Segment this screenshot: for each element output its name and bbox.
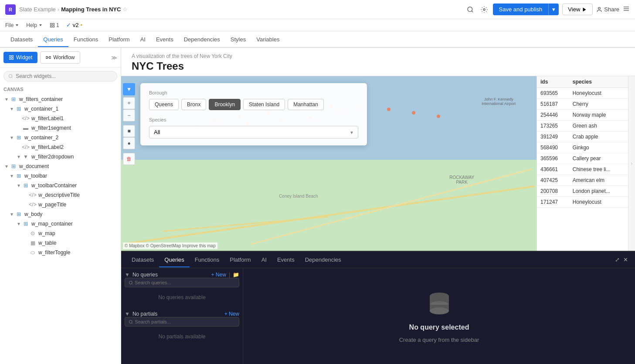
- view-button[interactable]: View: [562, 3, 593, 15]
- tab-ai[interactable]: AI: [135, 33, 151, 47]
- bottom-sidebar: ▼ No queries + New | 📁 No queries availa…: [121, 268, 243, 364]
- tree-item-w_pageTitle[interactable]: ▸ </> w_pageTitle: [0, 200, 121, 209]
- new-query-button[interactable]: + New: [211, 272, 226, 278]
- park-label: ROCKAWAYPARK: [449, 175, 474, 185]
- dropdown-icon: ▼: [22, 153, 30, 161]
- table-row[interactable]: 365596Callery pear: [537, 153, 628, 164]
- delete-tool[interactable]: 🗑: [123, 153, 135, 165]
- bottom-tab-datasets[interactable]: Datasets: [126, 253, 159, 267]
- tab-queries[interactable]: Queries: [38, 33, 68, 47]
- queries-collapse[interactable]: ▼: [125, 272, 130, 278]
- menu-button[interactable]: [623, 5, 630, 13]
- data-table: ids species 693565Honeylocust516187Cherr…: [537, 76, 628, 251]
- tree-item-w_filterLabel1[interactable]: ▸ </> w_filterLabel1: [0, 114, 121, 123]
- circle-tool[interactable]: ●: [123, 137, 135, 149]
- partials-collapse[interactable]: ▼: [125, 311, 130, 317]
- bottom-tab-platform[interactable]: Platform: [224, 253, 256, 267]
- close-icon[interactable]: ✕: [621, 255, 630, 265]
- tree-item-w_filterLabel2[interactable]: ▸ </> w_filterLabel2: [0, 142, 121, 152]
- borough-queens[interactable]: Queens: [149, 99, 179, 110]
- tree-item-w_document[interactable]: ▾ ⊞ w_document: [0, 162, 121, 171]
- square-tool[interactable]: ■: [123, 125, 135, 137]
- search-icon: [8, 74, 13, 79]
- container-icon: ⊞: [15, 134, 23, 142]
- borough-bronx[interactable]: Bronx: [181, 99, 206, 110]
- settings-button[interactable]: [479, 4, 489, 15]
- tab-variables[interactable]: Variables: [251, 33, 285, 47]
- map[interactable]: Coney Island Beach ROCKAWAYPARK John F. …: [121, 76, 537, 251]
- tab-functions[interactable]: Functions: [68, 33, 103, 47]
- tree-item-w_table[interactable]: ▸ ▦ w_table: [0, 238, 121, 248]
- code-icon: </>: [22, 115, 30, 122]
- borough-brooklyn[interactable]: Brooklyn: [209, 99, 241, 110]
- sidebar-toolbar: Widget Workflow ≫: [0, 48, 121, 67]
- file-bar: File Help 1 ✓ v2 •: [0, 19, 635, 31]
- toggle-icon: ⬭: [29, 249, 37, 256]
- table-row[interactable]: 568490Ginkgo: [537, 142, 628, 153]
- tree-item-w_toolbar[interactable]: ▾ ⊞ w_toolbar: [0, 171, 121, 181]
- table-row[interactable]: 436661Chinese tree li...: [537, 164, 628, 175]
- tree-item-w_map_container[interactable]: ▾ ⊞ w_map_container: [0, 219, 121, 229]
- star-icon[interactable]: ☆: [122, 6, 128, 13]
- workflow-button[interactable]: Workflow: [40, 51, 80, 64]
- save-publish-dropdown[interactable]: ▾: [548, 3, 559, 15]
- tree-item-w_filterToggle[interactable]: ▸ ⬭ w_filterToggle: [0, 248, 121, 257]
- zoom-in[interactable]: +: [123, 97, 135, 109]
- tab-platform[interactable]: Platform: [103, 33, 135, 47]
- filter-tool[interactable]: ▼: [123, 83, 135, 95]
- version-badge[interactable]: ✓ v2 •: [66, 22, 82, 28]
- tree-item-w_descriptiveTitle[interactable]: ▸ </> w_descriptiveTitle: [0, 190, 121, 200]
- tab-styles[interactable]: Styles: [225, 33, 251, 47]
- table-row[interactable]: 693565Honeylocust: [537, 88, 628, 99]
- table-row[interactable]: 254446Norway maple: [537, 110, 628, 121]
- svg-rect-16: [12, 58, 14, 60]
- import-query-icon[interactable]: 📁: [233, 272, 239, 278]
- beach-label: Coney Island Beach: [279, 194, 318, 199]
- tree-item-w_filter1segment[interactable]: ▸ ▬ w_filter1segment: [0, 123, 121, 133]
- table-row[interactable]: 200708London planet...: [537, 186, 628, 197]
- tree-item-w_body[interactable]: ▾ ⊞ w_body: [0, 209, 121, 219]
- tab-dependencies[interactable]: Dependencies: [179, 33, 225, 47]
- bottom-tab-queries[interactable]: Queries: [159, 253, 190, 267]
- save-publish-button[interactable]: Save and publish: [493, 3, 549, 15]
- pages-indicator[interactable]: 1: [50, 22, 59, 28]
- svg-rect-18: [49, 57, 51, 59]
- bottom-content: ▼ No queries + New | 📁 No queries availa…: [121, 268, 635, 364]
- tree-item-w_container_2[interactable]: ▾ ⊞ w_container_2: [0, 133, 121, 142]
- bottom-tab-functions[interactable]: Functions: [190, 253, 224, 267]
- file-menu[interactable]: File: [5, 22, 19, 28]
- tree-item-w_filters_container[interactable]: ▾ ⊞ w_filters_container: [0, 94, 121, 104]
- table-row[interactable]: 391249Crab apple: [537, 131, 628, 142]
- tree-item-w_toolbarContainer[interactable]: ▾ ⊞ w_toolbarContainer: [0, 181, 121, 190]
- bottom-tab-ai[interactable]: AI: [256, 253, 272, 267]
- share-button[interactable]: Share: [596, 6, 619, 13]
- table-row[interactable]: 171247Honeylocust: [537, 197, 628, 208]
- widget-button[interactable]: Widget: [3, 52, 37, 63]
- tree-item-w_map[interactable]: ▸ ⊙ w_map: [0, 229, 121, 238]
- bottom-tab-events[interactable]: Events: [272, 253, 300, 267]
- sidebar-collapse-button[interactable]: ≫: [111, 54, 117, 61]
- right-collapse[interactable]: ›: [628, 76, 635, 251]
- borough-staten-island[interactable]: Staten Island: [243, 99, 285, 110]
- help-menu[interactable]: Help: [26, 22, 43, 28]
- tab-events[interactable]: Events: [151, 33, 179, 47]
- table-row[interactable]: 173265Green ash: [537, 121, 628, 131]
- new-partial-button[interactable]: + New: [224, 311, 239, 317]
- col-ids: ids: [537, 76, 569, 88]
- table-row[interactable]: 516187Cherry: [537, 99, 628, 110]
- search-button[interactable]: [465, 4, 475, 15]
- tab-datasets[interactable]: Datasets: [5, 33, 38, 47]
- species-dropdown[interactable]: All Honeylocust Cherry Norway maple Gree…: [149, 126, 358, 138]
- search-partials-input[interactable]: [135, 319, 235, 324]
- tree-item-w_filter2dropdown[interactable]: ▾ ▼ w_filter2dropdown: [0, 152, 121, 162]
- search-input[interactable]: [16, 73, 112, 79]
- borough-manhattan[interactable]: Manhattan: [288, 99, 324, 110]
- breadcrumb-app[interactable]: Slate Example: [19, 6, 56, 13]
- table-row[interactable]: 407425American elm: [537, 175, 628, 186]
- expand-icon[interactable]: ⤢: [613, 255, 621, 265]
- bottom-tab-dependencies[interactable]: Dependencies: [300, 253, 346, 267]
- container-icon: ⊞: [15, 105, 23, 113]
- zoom-out[interactable]: −: [123, 109, 135, 121]
- search-queries-input[interactable]: [135, 280, 235, 285]
- tree-item-w_container_1[interactable]: ▾ ⊞ w_container_1: [0, 104, 121, 114]
